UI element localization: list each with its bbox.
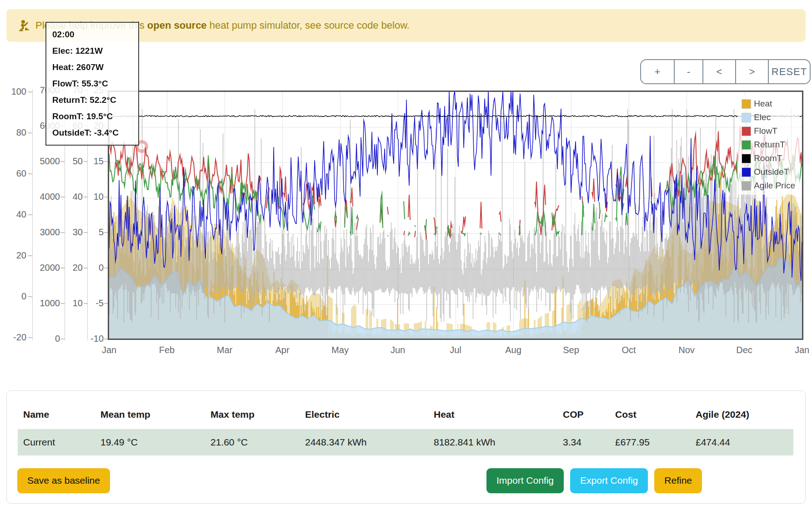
legend-item-flowt[interactable]: FlowT (742, 126, 795, 136)
results-header-row: NameMean tempMax tempElectricHeatCOPCost… (18, 403, 793, 429)
water-temp-tick-label: 10 (63, 298, 83, 309)
results-header-heat: Heat (428, 403, 557, 429)
banner-bold-text: open source (147, 20, 207, 31)
water-temp-tick-label: 20 (63, 263, 83, 273)
outside-temp-tick-label: 0 (84, 263, 104, 273)
outside-temp-tick-label: -10 (84, 334, 104, 344)
month-label-4: May (331, 345, 349, 355)
legend-item-agile-price[interactable]: Agile Price (742, 181, 795, 191)
legend-swatch (742, 154, 751, 163)
legend-label: ReturnT (754, 140, 785, 150)
power-watts-tick-label: 3000 (29, 227, 60, 238)
legend-item-elec[interactable]: Elec (742, 112, 795, 122)
month-label-11: Dec (736, 345, 752, 355)
agile-price-tick-label: 80 (2, 127, 26, 138)
tooltip-line: OutsideT: -3.4°C (52, 125, 132, 141)
chart-tooltip: 02:00Elec: 1221WHeat: 2607WFlowT: 55.3°C… (45, 22, 139, 146)
tooltip-line: Elec: 1221W (52, 43, 132, 59)
pan-left-button[interactable]: < (702, 60, 735, 83)
pan-right-button[interactable]: > (735, 60, 768, 83)
legend-swatch (742, 167, 751, 177)
results-header-max-temp: Max temp (205, 403, 300, 429)
chart-plot-area[interactable]: HeatElecFlowTReturnTRoomTOutsideTAgile P… (108, 91, 803, 340)
refine-button[interactable]: Refine (654, 468, 702, 493)
results-cell: 2448.347 kWh (300, 429, 428, 455)
results-header-cost: Cost (610, 403, 690, 429)
legend-swatch (742, 126, 751, 136)
results-cell: 19.49 °C (95, 429, 205, 455)
results-cell: 21.60 °C (205, 429, 300, 455)
legend-label: Heat (754, 99, 772, 109)
legend-label: OutsideT (754, 167, 789, 177)
results-table: NameMean tempMax tempElectricHeatCOPCost… (18, 403, 793, 455)
legend-swatch (742, 140, 751, 150)
month-label-5: Jun (391, 345, 405, 355)
legend-item-returnt[interactable]: ReturnT (742, 140, 795, 150)
legend-item-heat[interactable]: Heat (742, 99, 795, 109)
agile-price-tick-label: 60 (2, 168, 26, 179)
power-watts-tick-label: 5000 (29, 156, 60, 167)
legend-item-roomt[interactable]: RoomT (742, 153, 795, 163)
legend-swatch (742, 113, 751, 122)
construction-worker-icon (17, 19, 31, 32)
results-header-agile-2024-: Agile (2024) (690, 403, 793, 429)
month-label-3: Apr (275, 345, 289, 355)
chart-canvas[interactable] (109, 92, 802, 339)
tooltip-line: 02:00 (52, 26, 132, 43)
month-label-6: Jul (450, 345, 461, 355)
legend-label: FlowT (754, 126, 777, 136)
tooltip-line: Heat: 2607W (52, 59, 132, 76)
outside-temp-tick-label: 15 (84, 156, 104, 167)
results-cell: Current (18, 429, 95, 455)
agile-price-tick-label: 40 (2, 209, 26, 220)
water-temp-tick-label: 40 (63, 192, 83, 202)
agile-price-tick-label: 0 (2, 291, 26, 302)
actions-row: Save as baseline Import Config Export Co… (17, 468, 793, 493)
power-watts-tick-label: 4000 (29, 192, 60, 202)
tick-mark (28, 296, 32, 297)
results-header-electric: Electric (300, 403, 428, 429)
outside-temp-tick-label: 10 (84, 192, 104, 202)
tick-mark (28, 255, 32, 256)
chart-legend: HeatElecFlowTReturnTRoomTOutsideTAgile P… (737, 95, 800, 195)
results-cell: 8182.841 kWh (428, 429, 557, 455)
month-label-8: Sep (563, 345, 579, 355)
results-header-cop: COP (557, 403, 610, 429)
chart-zoom-controls: +-<>RESET (640, 59, 811, 84)
water-temp-tick-label: 30 (63, 227, 83, 238)
tick-mark (28, 132, 32, 133)
power-watts-tick-label: 1000 (29, 298, 60, 309)
legend-label: RoomT (754, 153, 782, 163)
legend-label: Elec (754, 112, 771, 122)
month-label-7: Aug (505, 345, 521, 355)
save-as-baseline-button[interactable]: Save as baseline (17, 468, 110, 493)
legend-item-outsidet[interactable]: OutsideT (742, 167, 795, 177)
month-label-1: Feb (159, 345, 175, 355)
agile-price-tick-label: -20 (2, 332, 26, 343)
month-label-10: Nov (678, 345, 695, 355)
tick-mark (60, 339, 65, 339)
results-cell: £677.95 (610, 429, 690, 455)
reset-button[interactable]: RESET (768, 60, 810, 83)
outside-temp-tick-label: -5 (84, 298, 104, 309)
power-watts-tick-label: 2000 (29, 263, 60, 273)
month-label-9: Oct (622, 345, 636, 355)
export-config-button[interactable]: Export Config (570, 468, 648, 493)
tooltip-line: FlowT: 55.3°C (52, 76, 132, 92)
agile-price-tick-label: 20 (2, 250, 26, 261)
results-cell: 3.34 (557, 429, 610, 455)
zoom-out-button[interactable]: - (674, 60, 702, 83)
agile-price-tick-label: 100 (2, 86, 26, 97)
results-cell: £474.44 (690, 429, 793, 455)
results-header-mean-temp: Mean temp (95, 403, 205, 429)
tooltip-line: ReturnT: 52.2°C (52, 92, 132, 108)
zoom-in-button[interactable]: + (641, 60, 674, 83)
tick-mark (28, 214, 32, 215)
legend-swatch (742, 99, 751, 109)
heat-pump-simulator-page: Please help improve this open source hea… (0, 0, 812, 511)
month-label-12: Jan (795, 345, 809, 355)
import-config-button[interactable]: Import Config (486, 468, 564, 493)
outside-temp-tick-label: 5 (84, 227, 104, 238)
legend-label: Agile Price (754, 181, 795, 191)
results-header-name: Name (18, 403, 95, 429)
